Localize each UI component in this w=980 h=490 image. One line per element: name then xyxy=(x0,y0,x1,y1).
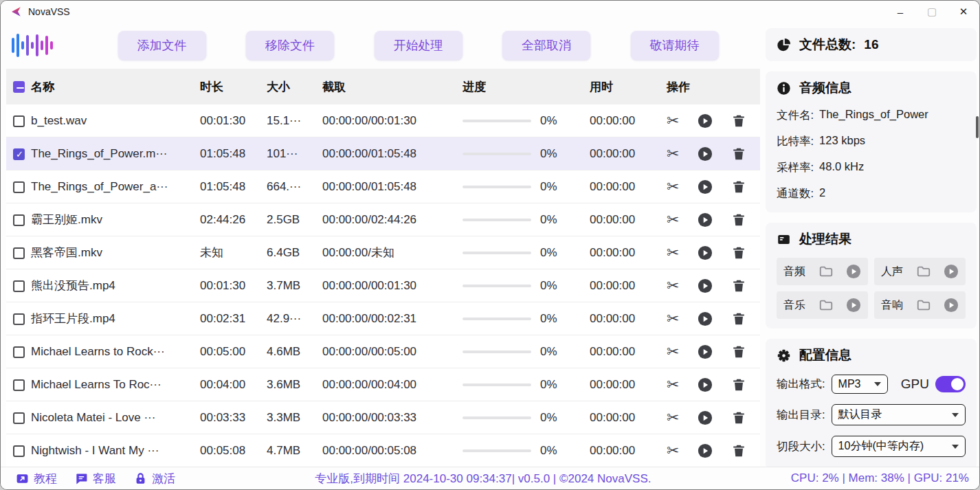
row-checkbox[interactable] xyxy=(13,247,25,259)
row-checkbox[interactable] xyxy=(13,379,25,391)
play-icon[interactable] xyxy=(698,146,713,162)
table-row[interactable]: The_Rings_of_Power_a··· 01:05:48 664.···… xyxy=(6,170,760,203)
scissors-icon[interactable]: ✂ xyxy=(667,278,679,293)
toolbar-button-2[interactable]: 开始处理 xyxy=(375,31,463,60)
row-checkbox[interactable] xyxy=(13,346,25,358)
elapsed-time: 00:00:00 xyxy=(590,345,658,359)
scissors-icon[interactable]: ✂ xyxy=(667,146,679,162)
trash-icon[interactable] xyxy=(731,377,746,392)
play-icon[interactable] xyxy=(698,410,713,425)
scissors-icon[interactable]: ✂ xyxy=(667,245,679,260)
table-row[interactable]: 熊出没预告.mp4 00:01:30 3.7MB 00:00:00/00:01:… xyxy=(6,269,760,302)
scissors-icon[interactable]: ✂ xyxy=(667,311,679,326)
scissors-icon[interactable]: ✂ xyxy=(667,212,679,227)
window-title: NovaVSS xyxy=(28,6,70,17)
scissors-icon[interactable]: ✂ xyxy=(667,113,679,129)
header-elapsed: 用时 xyxy=(590,79,658,95)
file-duration: 00:05:08 xyxy=(200,444,267,458)
folder-icon[interactable] xyxy=(818,264,834,279)
activate-label: 激活 xyxy=(152,471,175,487)
output-dir-select[interactable]: 默认目录 xyxy=(832,404,966,425)
trash-icon[interactable] xyxy=(731,146,746,162)
scrollbar-thumb[interactable] xyxy=(976,116,979,138)
row-checkbox[interactable] xyxy=(13,214,25,226)
play-icon[interactable] xyxy=(698,212,713,227)
minimize-button[interactable]: – xyxy=(884,1,916,23)
table-row[interactable]: Michael Learns To Roc··· 00:04:00 3.6MB … xyxy=(6,368,760,401)
file-duration: 01:05:48 xyxy=(200,147,267,161)
file-size: 4.7MB xyxy=(267,444,322,458)
gpu-toggle[interactable] xyxy=(935,376,966,392)
play-icon[interactable] xyxy=(698,344,713,359)
play-icon[interactable] xyxy=(698,113,713,129)
toolbar-buttons: 添加文件移除文件开始处理全部取消敬请期待 xyxy=(78,31,766,60)
table-row[interactable]: b_test.wav 00:01:30 15.1··· 00:00:00/00:… xyxy=(6,104,760,137)
row-checkbox[interactable] xyxy=(13,115,25,127)
play-icon[interactable] xyxy=(698,179,713,194)
row-checkbox[interactable] xyxy=(13,412,25,424)
scissors-icon[interactable]: ✂ xyxy=(667,179,679,194)
row-checkbox[interactable] xyxy=(13,445,25,457)
play-icon[interactable] xyxy=(698,278,713,293)
gpu-label: GPU xyxy=(901,377,929,392)
file-name: 霸王别姬.mkv xyxy=(31,212,200,227)
play-icon[interactable] xyxy=(846,298,861,313)
folder-icon[interactable] xyxy=(916,264,931,279)
app-logo-icon xyxy=(10,5,22,18)
activate-link[interactable]: 激活 xyxy=(134,471,175,487)
trash-icon[interactable] xyxy=(731,113,746,129)
trash-icon[interactable] xyxy=(731,311,746,326)
file-duration: 未知 xyxy=(200,245,267,260)
play-icon[interactable] xyxy=(698,377,713,392)
play-icon[interactable] xyxy=(944,264,959,279)
play-icon[interactable] xyxy=(698,311,713,326)
folder-icon[interactable] xyxy=(916,298,931,313)
play-icon[interactable] xyxy=(846,264,861,279)
toolbar-button-4[interactable]: 敬请期待 xyxy=(631,31,719,60)
close-button[interactable]: ✕ xyxy=(948,1,979,23)
file-size: 3.7MB xyxy=(267,279,322,293)
trash-icon[interactable] xyxy=(731,443,746,458)
scissors-icon[interactable]: ✂ xyxy=(667,344,679,359)
progress-percent: 0% xyxy=(540,411,557,425)
table-row[interactable]: Nicoleta Matei - Love ··· 00:03:33 3.3MB… xyxy=(6,401,760,434)
result-label: 音乐 xyxy=(783,298,805,313)
toolbar-button-3[interactable]: 全部取消 xyxy=(502,31,590,60)
segment-size-select[interactable]: 10分钟(中等内存) xyxy=(832,436,966,457)
scissors-icon[interactable]: ✂ xyxy=(667,377,679,392)
trash-icon[interactable] xyxy=(731,344,746,359)
samplerate-label: 采样率: xyxy=(777,160,814,175)
tutorial-link[interactable]: 教程 xyxy=(16,471,57,487)
resource-stats: CPU: 2% | Mem: 38% | GPU: 21% xyxy=(791,471,969,485)
scissors-icon[interactable]: ✂ xyxy=(667,443,679,458)
toolbar-button-1[interactable]: 移除文件 xyxy=(246,31,334,60)
tutorial-label: 教程 xyxy=(34,471,57,487)
toolbar-button-0[interactable]: 添加文件 xyxy=(118,31,206,60)
row-checkbox[interactable] xyxy=(13,313,25,325)
table-row[interactable]: Michael Learns to Rock··· 00:05:00 4.6MB… xyxy=(6,335,760,368)
row-checkbox[interactable] xyxy=(13,148,25,160)
trash-icon[interactable] xyxy=(731,212,746,227)
trash-icon[interactable] xyxy=(731,179,746,194)
table-row[interactable]: The_Rings_of_Power.m··· 01:05:48 101··· … xyxy=(6,137,760,170)
table-row[interactable]: 指环王片段.mp4 00:02:31 42.9··· 00:00:00/00:0… xyxy=(6,302,760,335)
table-row[interactable]: Nightwish - I Want My ··· 00:05:08 4.7MB… xyxy=(6,434,760,467)
play-icon[interactable] xyxy=(698,245,713,260)
output-format-select[interactable]: MP3 xyxy=(832,375,888,394)
play-icon[interactable] xyxy=(698,443,713,458)
row-checkbox[interactable] xyxy=(13,280,25,292)
maximize-button[interactable]: ▢ xyxy=(916,1,948,23)
file-size: 4.6MB xyxy=(267,345,322,359)
table-row[interactable]: 霸王别姬.mkv 02:44:26 2.5GB 00:00:00/02:44:2… xyxy=(6,203,760,236)
table-body: b_test.wav 00:01:30 15.1··· 00:00:00/00:… xyxy=(6,104,760,467)
trash-icon[interactable] xyxy=(731,245,746,260)
table-row[interactable]: 黑客帝国.mkv 未知 6.4GB 00:00:00/未知 0% 00:00:0… xyxy=(6,236,760,269)
scissors-icon[interactable]: ✂ xyxy=(667,410,679,425)
play-icon[interactable] xyxy=(944,298,959,313)
folder-icon[interactable] xyxy=(818,298,834,313)
trash-icon[interactable] xyxy=(731,278,746,293)
support-link[interactable]: 客服 xyxy=(75,471,116,487)
select-all-checkbox[interactable] xyxy=(13,81,25,93)
row-checkbox[interactable] xyxy=(13,181,25,193)
trash-icon[interactable] xyxy=(731,410,746,425)
